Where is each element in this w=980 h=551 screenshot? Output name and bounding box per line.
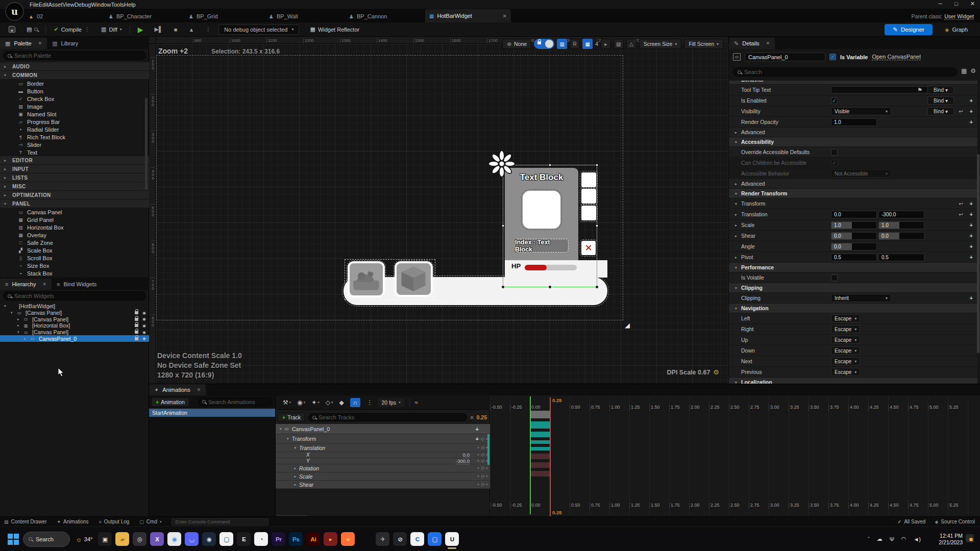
palette-item[interactable]: ▭ Border (0, 80, 149, 87)
sequencer-tool-icon[interactable]: ◆ (339, 399, 344, 406)
details-row[interactable]: Visibility Visible▾ Bind ▾ ↩ + (729, 106, 977, 117)
taskbar-app-icon[interactable]: ◉ (202, 532, 216, 546)
eye-icon[interactable]: ◉ (142, 330, 146, 335)
preview-background-icon[interactable]: ▨ (614, 39, 624, 49)
maximize-icon[interactable]: □ (954, 1, 958, 7)
console-command-input[interactable]: Enter Console Command (172, 518, 268, 525)
track-search-input[interactable]: Search Tracks (308, 413, 467, 421)
add-keyframe-icon[interactable]: + (970, 222, 973, 228)
palette-scrollbar[interactable] (145, 98, 148, 190)
taskbar-app-icon[interactable]: Pr (272, 532, 285, 546)
content-drawer-button[interactable]: ▤Content Drawer (4, 519, 47, 524)
details-row[interactable]: ▾ Behavior (729, 81, 977, 85)
palette-item[interactable]: ⊣ Slider (0, 141, 149, 148)
widget-name-input[interactable]: CanvasPanel_0 (745, 53, 825, 61)
menu-item[interactable]: Tools (111, 2, 124, 8)
expander-icon[interactable]: ▾ (735, 191, 741, 196)
palette-item[interactable]: ▣ Named Slot (0, 110, 149, 118)
resize-handle[interactable] (549, 164, 551, 166)
hierarchy-search-input[interactable]: Search Widgets (3, 291, 146, 300)
track-lane[interactable] (490, 420, 980, 431)
track-section-bar[interactable] (530, 421, 550, 429)
add-keyframe-icon[interactable]: + (970, 97, 973, 104)
widget-reflector-button[interactable]: ▦Widget Reflector (306, 24, 363, 34)
expander-icon[interactable]: ▾ (735, 306, 741, 311)
palette-item[interactable]: T Text (0, 148, 149, 156)
animation-search-input[interactable]: Search Animations (198, 397, 273, 406)
details-row[interactable]: Tool Tip Text ⚑ Bind ▾ (729, 85, 977, 95)
tab-hierarchy[interactable]: ≡Hierarchy✕ (0, 279, 52, 290)
details-search-input[interactable]: Search (733, 67, 958, 77)
expander-icon[interactable]: ▸ (294, 474, 299, 479)
track-row[interactable]: ▾ Translation +◇+ (276, 444, 490, 452)
fill-screen-dropdown[interactable]: Fill Screen▾ (684, 39, 723, 49)
resize-corner-icon[interactable]: ◢ (625, 321, 630, 329)
details-row[interactable]: ▾ Transform ↩ + (729, 198, 977, 209)
filter-icon[interactable]: ≡ (470, 414, 473, 420)
tab-details[interactable]: ✎Details✕ (729, 38, 775, 49)
parent-class-link[interactable]: User Widget (944, 13, 974, 20)
menu-item[interactable]: View (62, 2, 75, 8)
palette-item[interactable]: ▥ Horizontal Box (0, 223, 149, 231)
close-tab-icon[interactable]: ✕ (503, 13, 507, 19)
designer-mode-button[interactable]: ✎Designer (885, 24, 933, 35)
cmd-dropdown[interactable]: ▢Cmd▾ (139, 519, 161, 524)
taskbar-app-icon[interactable]: ▰ (115, 532, 129, 546)
asset-tab[interactable]: ♟ BP_Wall (265, 10, 345, 22)
screen-size-dropdown[interactable]: Screen Size▾ (639, 39, 682, 49)
expander-icon[interactable]: ▾ (735, 265, 741, 270)
animation-list-item[interactable]: StartAnimation (149, 409, 275, 417)
resize-handle[interactable] (595, 285, 599, 289)
sequencer-tool-icon[interactable]: ◉▾ (297, 399, 305, 406)
debug-object-dropdown[interactable]: No debug object selected▾ (218, 24, 299, 35)
add-animation-button[interactable]: +Animation (151, 397, 189, 407)
lock-icon[interactable] (135, 337, 138, 340)
taskbar-app-icon[interactable]: X (150, 532, 164, 546)
reset-to-default-icon[interactable]: ↩ (959, 109, 963, 114)
track-value[interactable]: -300.0 (456, 458, 470, 464)
expander-icon[interactable]: ▸ (735, 234, 741, 238)
display-filter-icon[interactable]: ▦ (961, 67, 967, 74)
expander-icon[interactable]: ▸ (735, 223, 741, 228)
dropdown[interactable]: Escape▾ (831, 314, 860, 322)
dropdown[interactable]: Visible▾ (831, 107, 891, 115)
track-lane[interactable] (490, 453, 980, 461)
track-lane[interactable] (490, 470, 980, 479)
palette-item[interactable]: ▸ INPUT (0, 165, 149, 173)
add-keyframe-icon[interactable]: + (970, 201, 973, 207)
lock-icon[interactable] (135, 331, 138, 334)
expander-icon[interactable]: ▾ (280, 427, 285, 431)
track-row[interactable]: ▸ Rotation +◇+ (276, 464, 490, 472)
expander-icon[interactable]: ▸ (735, 182, 741, 186)
add-keyframe-icon[interactable]: + (970, 295, 973, 301)
dropdown[interactable]: Not Accessible▾ (831, 169, 891, 178)
details-row[interactable]: ▸ Translation 0.0-300.0 ↩ (729, 209, 977, 220)
taskbar-app-icon[interactable]: U (445, 532, 459, 546)
sequencer-tool-icon[interactable]: ⚒▾ (283, 399, 291, 406)
expander-icon[interactable]: ▾ (294, 446, 299, 450)
tab-palette[interactable]: ▦Palette✕ (0, 38, 47, 49)
track-value[interactable]: 0.0 (463, 452, 470, 458)
reset-to-default-icon[interactable]: ↩ (959, 201, 963, 207)
close-icon[interactable]: ✕ (970, 1, 975, 7)
bind-dropdown[interactable]: Bind ▾ (927, 96, 954, 105)
taskbar-app-icon[interactable]: Ps (289, 532, 303, 546)
is-variable-checkbox[interactable]: ✓ (829, 54, 836, 60)
dropdown[interactable]: Escape▾ (831, 368, 860, 376)
anchor-medallion[interactable] (488, 150, 516, 178)
palette-item[interactable]: ¶ Rich Text Block (0, 133, 149, 141)
open-canvaspanel-link[interactable]: Open CanvasPanel (872, 54, 920, 60)
timeline-ruler-bottom[interactable]: -0.50-0.250.000.500.751.001.251.501.752.… (490, 503, 980, 509)
resize-handle[interactable] (548, 285, 552, 289)
track-row[interactable]: ▸ Scale +◇+ (276, 472, 490, 481)
grid-snap-button[interactable]: ▦ (582, 39, 593, 49)
palette-item[interactable]: ▾ PANEL (0, 199, 149, 208)
details-row[interactable]: ▾ Accessibility (729, 137, 977, 147)
number-input-x[interactable]: 0.0 (831, 211, 877, 218)
eye-icon[interactable]: ◉ (142, 311, 146, 315)
lock-icon[interactable] (135, 324, 138, 327)
track-lane[interactable] (490, 446, 980, 453)
keyframe-nav-icons[interactable]: +◇+ (477, 474, 488, 479)
palette-item[interactable]: ▫ Size Box (0, 262, 149, 269)
palette-item[interactable]: ▯ Scroll Box (0, 254, 149, 262)
